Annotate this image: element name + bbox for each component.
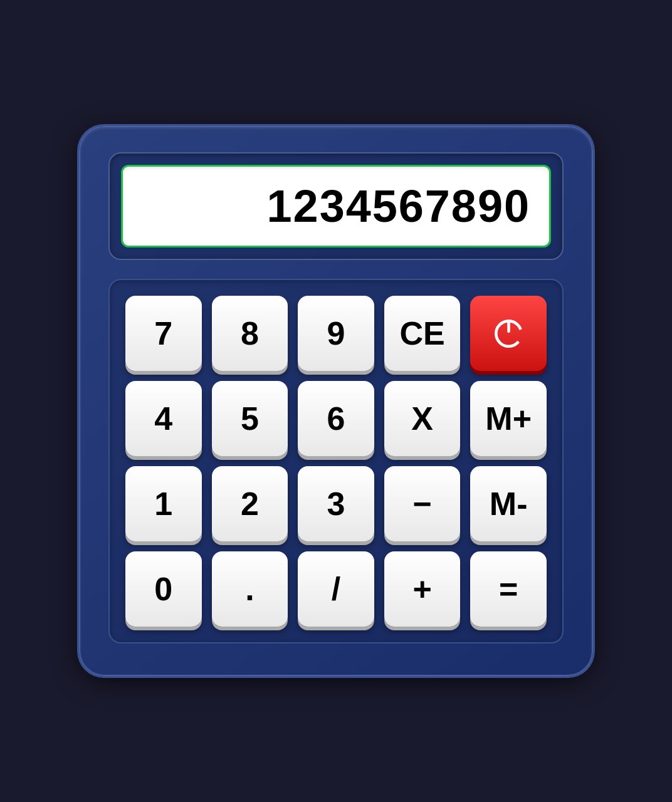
buttons-area: 7 8 9 CE 4 5: [108, 279, 564, 643]
btn-8[interactable]: 8: [212, 296, 288, 371]
btn-multiply[interactable]: X: [384, 381, 461, 456]
calculator: 1234567890 7 8 9 CE: [79, 126, 593, 676]
display-value: 1234567890: [267, 180, 530, 232]
power-icon: [491, 316, 526, 351]
btn-mplus[interactable]: M+: [470, 381, 547, 456]
btn-decimal[interactable]: .: [212, 551, 288, 627]
button-grid: 7 8 9 CE 4 5: [125, 296, 547, 627]
btn-6[interactable]: 6: [298, 381, 374, 456]
btn-power[interactable]: [470, 296, 547, 371]
btn-7[interactable]: 7: [125, 296, 202, 371]
btn-0[interactable]: 0: [125, 551, 202, 627]
btn-mminus[interactable]: M-: [470, 466, 547, 541]
btn-1[interactable]: 1: [125, 466, 202, 541]
btn-3[interactable]: 3: [298, 466, 374, 541]
btn-5[interactable]: 5: [212, 381, 288, 456]
display-area: 1234567890: [108, 152, 564, 260]
btn-ce[interactable]: CE: [384, 296, 461, 371]
btn-add[interactable]: +: [384, 551, 461, 627]
btn-9[interactable]: 9: [298, 296, 374, 371]
btn-4[interactable]: 4: [125, 381, 202, 456]
btn-equals[interactable]: =: [470, 551, 547, 627]
display-screen: 1234567890: [121, 165, 551, 247]
btn-divide[interactable]: /: [298, 551, 374, 627]
btn-2[interactable]: 2: [212, 466, 288, 541]
btn-subtract[interactable]: −: [384, 466, 461, 541]
